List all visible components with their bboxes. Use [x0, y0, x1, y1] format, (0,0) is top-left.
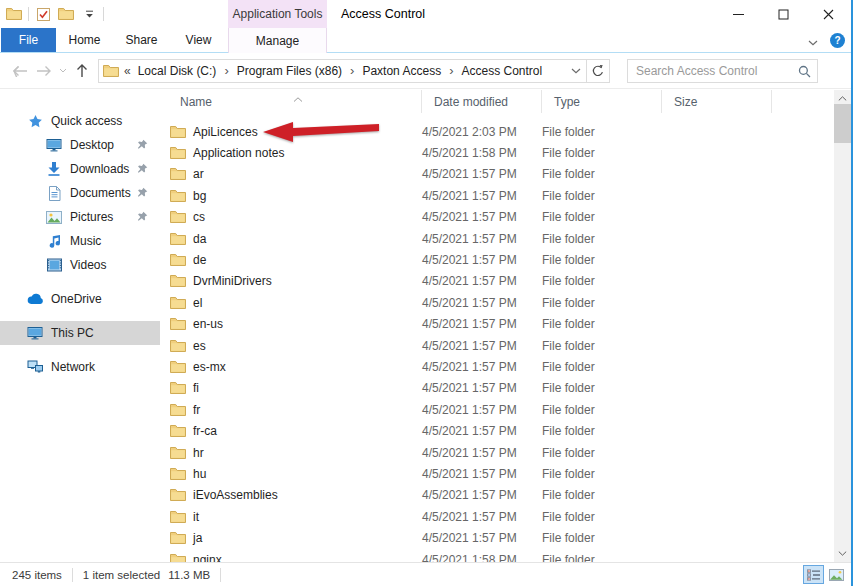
file-row[interactable]: fr 4/5/2021 1:57 PM File folder — [160, 399, 834, 420]
quick-access-star-icon — [26, 114, 44, 129]
column-header-date-modified[interactable]: Date modified — [422, 90, 542, 113]
maximize-button[interactable] — [761, 0, 806, 28]
file-row[interactable]: ja 4/5/2021 1:57 PM File folder — [160, 527, 834, 548]
help-icon[interactable]: ? — [830, 33, 845, 48]
file-row[interactable]: fr-ca 4/5/2021 1:57 PM File folder — [160, 420, 834, 441]
file-row[interactable]: Application notes 4/5/2021 1:58 PM File … — [160, 142, 834, 163]
details-view-button[interactable] — [803, 565, 824, 584]
sidebar-item-label: Documents — [70, 186, 131, 200]
column-header-name[interactable]: Name — [160, 90, 422, 113]
file-row[interactable]: hr 4/5/2021 1:57 PM File folder — [160, 442, 834, 463]
folder-icon — [170, 189, 186, 203]
forward-arrow-icon[interactable] — [32, 59, 56, 83]
file-type: File folder — [542, 296, 662, 310]
file-row[interactable]: ApiLicences 4/5/2021 2:03 PM File folder — [160, 121, 834, 142]
tab-manage[interactable]: Manage — [228, 28, 327, 53]
breadcrumb-item[interactable]: Local Disk (C:) — [136, 64, 219, 78]
this-pc-monitor-icon — [26, 326, 44, 340]
file-row[interactable]: cs 4/5/2021 1:57 PM File folder — [160, 207, 834, 228]
file-row[interactable]: es-mx 4/5/2021 1:57 PM File folder — [160, 356, 834, 377]
column-header-type[interactable]: Type — [542, 90, 662, 113]
file-date-modified: 4/5/2021 1:57 PM — [422, 296, 542, 310]
file-type: File folder — [542, 403, 662, 417]
breadcrumb-separator: › — [218, 63, 234, 78]
file-row[interactable]: it 4/5/2021 1:57 PM File folder — [160, 506, 834, 527]
file-type: File folder — [542, 274, 662, 288]
downloads-arrow-icon — [45, 162, 63, 176]
properties-check-icon[interactable] — [34, 4, 52, 24]
folder-icon — [170, 317, 186, 331]
sidebar-item[interactable]: Videos — [0, 253, 160, 277]
file-row[interactable]: bg 4/5/2021 1:57 PM File folder — [160, 185, 834, 206]
breadcrumb-item[interactable]: Program Files (x86) — [235, 64, 344, 78]
file-row[interactable]: iEvoAssemblies 4/5/2021 1:57 PM File fol… — [160, 485, 834, 506]
file-row[interactable]: de 4/5/2021 1:57 PM File folder — [160, 249, 834, 270]
breadcrumb-item[interactable]: Access Control — [459, 64, 544, 78]
file-row[interactable]: ar 4/5/2021 1:57 PM File folder — [160, 164, 834, 185]
tab-view[interactable]: View — [170, 28, 227, 52]
thumbnail-view-button[interactable] — [826, 565, 847, 584]
file-name: cs — [193, 210, 205, 224]
search-icon[interactable] — [798, 64, 811, 82]
back-arrow-icon[interactable] — [8, 59, 32, 83]
refresh-icon[interactable] — [586, 59, 610, 83]
scroll-down-icon[interactable] — [834, 545, 851, 562]
file-row[interactable]: fi 4/5/2021 1:57 PM File folder — [160, 378, 834, 399]
customize-qat-caret-icon[interactable] — [80, 4, 98, 24]
minimize-button[interactable] — [716, 0, 761, 28]
folder-icon — [170, 467, 186, 481]
search-input[interactable] — [627, 59, 818, 83]
sidebar-item[interactable]: Quick access — [0, 109, 160, 133]
window-controls — [716, 0, 851, 28]
sidebar-item[interactable]: Pictures — [0, 205, 160, 229]
sidebar-item-label: Downloads — [70, 162, 129, 176]
breadcrumb-item[interactable]: Paxton Access — [360, 64, 443, 78]
file-row[interactable]: DvrMiniDrivers 4/5/2021 1:57 PM File fol… — [160, 271, 834, 292]
file-date-modified: 4/5/2021 1:57 PM — [422, 167, 542, 181]
sidebar-item[interactable]: Desktop — [0, 133, 160, 157]
file-row[interactable]: hu 4/5/2021 1:57 PM File folder — [160, 463, 834, 484]
tab-share[interactable]: Share — [113, 28, 170, 52]
file-row[interactable]: nginx 4/5/2021 1:58 PM File folder — [160, 549, 834, 562]
file-date-modified: 4/5/2021 1:57 PM — [422, 360, 542, 374]
sidebar-item[interactable]: Network — [0, 355, 160, 379]
close-button[interactable] — [806, 0, 851, 28]
breadcrumb: Local Disk (C:) › Program Files (x86) › … — [136, 63, 566, 78]
sidebar-item[interactable]: OneDrive — [0, 287, 160, 311]
sidebar-item[interactable]: Documents — [0, 181, 160, 205]
up-arrow-icon[interactable] — [70, 59, 94, 83]
file-type: File folder — [542, 339, 662, 353]
recent-locations-chevron-icon[interactable] — [56, 59, 70, 83]
file-type: File folder — [542, 232, 662, 246]
window-title: Access Control — [341, 0, 425, 28]
explorer-folder-icon[interactable] — [5, 4, 23, 24]
address-dropdown-chevron-icon[interactable] — [566, 60, 586, 82]
file-row[interactable]: es 4/5/2021 1:57 PM File folder — [160, 335, 834, 356]
folder-icon — [170, 125, 186, 139]
tab-home[interactable]: Home — [56, 28, 113, 52]
file-name: it — [193, 510, 199, 524]
items-count: 245 items — [12, 569, 62, 581]
onedrive-cloud-icon — [26, 293, 44, 305]
vertical-scrollbar[interactable] — [834, 90, 851, 562]
scrollbar-thumb[interactable] — [834, 104, 851, 143]
file-date-modified: 4/5/2021 1:57 PM — [422, 253, 542, 267]
breadcrumb-overflow-chevrons[interactable]: « — [124, 64, 131, 78]
tab-file[interactable]: File — [1, 28, 56, 52]
file-row[interactable]: en-us 4/5/2021 1:57 PM File folder — [160, 314, 834, 335]
folder-icon — [170, 253, 186, 267]
ribbon-collapse-chevron-icon[interactable] — [808, 32, 818, 50]
sidebar-item-label: Videos — [70, 258, 106, 272]
file-type: File folder — [542, 167, 662, 181]
new-folder-icon[interactable] — [57, 4, 75, 24]
documents-icon — [45, 186, 63, 201]
column-header-size[interactable]: Size — [662, 90, 772, 113]
sidebar-item[interactable]: Downloads — [0, 157, 160, 181]
file-type: File folder — [542, 360, 662, 374]
file-row[interactable]: el 4/5/2021 1:57 PM File folder — [160, 292, 834, 313]
sidebar-item[interactable]: This PC — [0, 321, 160, 345]
sidebar-item[interactable]: Music — [0, 229, 160, 253]
address-box[interactable]: « Local Disk (C:) › Program Files (x86) … — [98, 59, 610, 83]
file-row[interactable]: da 4/5/2021 1:57 PM File folder — [160, 228, 834, 249]
status-bar: 245 items 1 item selected 11.3 MB — [0, 562, 851, 586]
